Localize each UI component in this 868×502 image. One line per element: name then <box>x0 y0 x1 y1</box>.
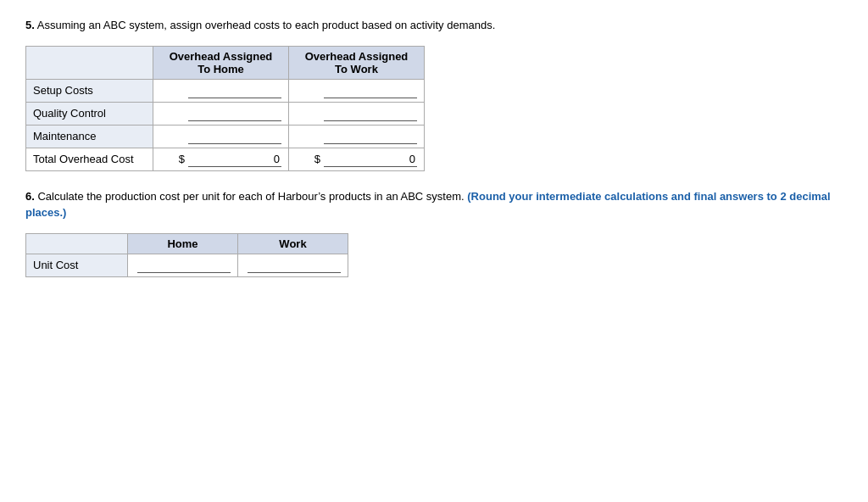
total-work-cell: $ <box>289 148 425 170</box>
q5-col2-header: Overhead Assigned To Home <box>153 46 289 79</box>
q5-col2-header-line2: To Home <box>198 63 244 75</box>
question-5-body: Assuming an ABC system, assign overhead … <box>37 19 496 31</box>
question-5: 5. Assuming an ABC system, assign overhe… <box>25 17 843 171</box>
total-home-input[interactable] <box>188 152 281 167</box>
total-work-dollar: $ <box>314 153 320 165</box>
table-row: Setup Costs <box>26 79 425 102</box>
setup-costs-home-input[interactable] <box>188 83 281 98</box>
unit-cost-home-cell <box>128 254 238 276</box>
q5-col2-header-line1: Overhead Assigned <box>170 50 273 63</box>
unit-cost-home-input[interactable] <box>137 258 231 273</box>
total-row: Total Overhead Cost $ $ <box>26 148 425 170</box>
table-row: Maintenance <box>26 125 425 148</box>
maintenance-home-cell <box>153 125 289 148</box>
question-6-text: 6. Calculate the production cost per uni… <box>25 188 843 221</box>
quality-control-home-cell <box>153 102 289 125</box>
table-row: Quality Control <box>26 102 425 125</box>
question-6-table: Home Work Unit Cost <box>25 233 348 277</box>
maintenance-home-input[interactable] <box>188 129 281 144</box>
question-6: 6. Calculate the production cost per uni… <box>25 188 843 277</box>
total-home-dollar: $ <box>179 153 185 165</box>
q5-col3-header-line1: Overhead Assigned <box>305 50 409 63</box>
quality-control-work-cell <box>289 102 425 125</box>
q5-col1-header <box>26 46 153 79</box>
question-6-body: Calculate the production cost per unit f… <box>37 190 464 203</box>
setup-costs-home-cell <box>153 79 289 102</box>
setup-costs-work-cell <box>289 79 425 102</box>
q6-col1-header <box>26 233 128 254</box>
total-work-input-group: $ <box>296 152 417 167</box>
total-overhead-label: Total Overhead Cost <box>26 148 153 170</box>
question-5-number: 5. <box>25 19 35 31</box>
maintenance-work-input[interactable] <box>324 129 417 144</box>
total-home-cell: $ <box>153 148 289 170</box>
question-5-table: Overhead Assigned To Home Overhead Assig… <box>25 46 425 171</box>
q5-col3-header-line2: To Work <box>335 63 378 75</box>
unit-cost-work-cell <box>238 254 348 276</box>
unit-cost-label: Unit Cost <box>26 254 128 276</box>
table-row: Unit Cost <box>26 254 348 276</box>
question-5-text: 5. Assuming an ABC system, assign overhe… <box>25 17 843 34</box>
q6-col2-header: Home <box>128 233 238 254</box>
total-work-input[interactable] <box>324 152 417 167</box>
question-6-number: 6. <box>25 190 35 203</box>
setup-costs-label: Setup Costs <box>26 79 153 102</box>
q5-col3-header: Overhead Assigned To Work <box>289 46 425 79</box>
total-home-input-group: $ <box>160 152 281 167</box>
quality-control-home-input[interactable] <box>188 106 281 121</box>
maintenance-label: Maintenance <box>26 125 153 148</box>
setup-costs-work-input[interactable] <box>324 83 417 98</box>
maintenance-work-cell <box>289 125 425 148</box>
q6-col3-header: Work <box>238 233 348 254</box>
unit-cost-work-input[interactable] <box>248 258 341 273</box>
quality-control-work-input[interactable] <box>324 106 417 121</box>
quality-control-label: Quality Control <box>26 102 153 125</box>
